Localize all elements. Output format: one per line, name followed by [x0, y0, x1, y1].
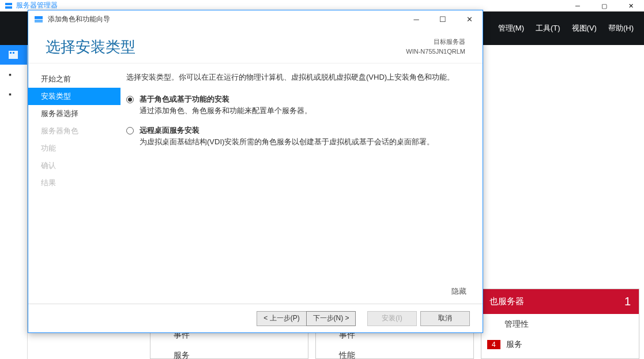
menu-help[interactable]: 帮助(H) — [602, 12, 639, 45]
wizard-target-info: 目标服务器 WIN-N755JN1QRLM — [406, 37, 465, 56]
nav-results: 结果 — [28, 174, 120, 192]
svg-rect-0 — [5, 3, 12, 5]
panel3-title-text: 也服务器 — [489, 296, 524, 307]
radio1-desc: 通过添加角色、角色服务和功能来配置单个服务器。 — [140, 106, 312, 116]
panel3-badge: 4 — [487, 340, 500, 349]
nav-server-selection[interactable]: 服务器选择 — [28, 105, 120, 122]
panel3-row-services[interactable]: 4 服务 — [481, 334, 639, 354]
nav-features: 功能 — [28, 140, 120, 157]
radio1-label: 基于角色或基于功能的安装 — [140, 94, 312, 104]
wizard-nav: 开始之前 安装类型 服务器选择 服务器角色 功能 确认 结果 — [28, 63, 120, 304]
wizard-footer: < 上一步(P) 下一步(N) > 安装(I) 取消 — [28, 304, 483, 332]
radio-remote-desktop[interactable]: 远程桌面服务安装 为虚拟桌面基础结构(VDI)安装所需的角色服务以创建基于虚拟机… — [126, 125, 469, 147]
add-roles-wizard: 添加角色和功能向导 ─ ☐ ✕ 选择安装类型 目标服务器 WIN-N755JN1… — [28, 10, 483, 333]
dashboard-panel-3: 也服务器 1 管理性 4 服务 — [481, 289, 639, 359]
nav-before-begin[interactable]: 开始之前 — [28, 70, 120, 88]
wizard-page-title: 选择安装类型 — [46, 37, 135, 57]
target-label: 目标服务器 — [406, 37, 465, 47]
radio2-desc: 为虚拟桌面基础结构(VDI)安装所需的角色服务以创建基于虚拟机或基于会话的桌面部… — [140, 137, 434, 147]
svg-rect-3 — [10, 52, 12, 54]
menu-tools[interactable]: 工具(T) — [530, 12, 566, 45]
svg-rect-4 — [13, 52, 14, 54]
target-server-name: WIN-N755JN1QRLM — [406, 47, 465, 57]
panel2-row-performance[interactable]: 性能 — [316, 345, 473, 359]
nav-install-type[interactable]: 安装类型 — [28, 88, 120, 105]
panel3-title[interactable]: 也服务器 1 — [481, 289, 639, 314]
parent-minimize-button[interactable]: ─ — [564, 0, 591, 12]
radio-button-icon — [126, 96, 134, 103]
radio-button-icon — [126, 127, 134, 134]
svg-rect-1 — [5, 6, 12, 9]
wizard-header: 选择安装类型 目标服务器 WIN-N755JN1QRLM — [28, 28, 483, 63]
radio2-label: 远程桌面服务安装 — [140, 125, 434, 136]
cancel-button[interactable]: 取消 — [420, 311, 470, 326]
previous-button[interactable]: < 上一步(P) — [257, 311, 306, 326]
wizard-maximize-button[interactable]: ☐ — [430, 10, 456, 28]
wizard-icon — [34, 14, 43, 24]
radio-role-based[interactable]: 基于角色或基于功能的安装 通过添加角色、角色服务和功能来配置单个服务器。 — [126, 94, 469, 116]
install-button: 安装(I) — [367, 311, 417, 326]
svg-rect-6 — [35, 20, 43, 23]
parent-window-title: 服务器管理器 — [16, 1, 58, 10]
left-nav-dashboard[interactable] — [0, 45, 27, 65]
panel3-row2-label: 服务 — [506, 339, 522, 350]
parent-close-button[interactable]: ✕ — [617, 0, 644, 12]
panel3-row-manage[interactable]: 管理性 — [481, 314, 639, 334]
parent-maximize-button[interactable]: ▢ — [591, 0, 617, 12]
menu-manage[interactable]: 管理(M) — [492, 12, 530, 45]
wizard-close-button[interactable]: ✕ — [456, 10, 483, 28]
svg-rect-5 — [35, 16, 43, 19]
wizard-titlebar[interactable]: 添加角色和功能向导 ─ ☐ ✕ — [28, 10, 483, 28]
parent-window-controls: ─ ▢ ✕ — [564, 0, 644, 12]
hide-link[interactable]: 隐藏 — [451, 286, 466, 297]
panel3-count: 1 — [624, 295, 631, 308]
wizard-content: 选择安装类型。你可以在正在运行的物理计算机、虚拟机或脱机虚拟硬盘(VHD)上安装… — [120, 63, 483, 304]
menu-view[interactable]: 视图(V) — [566, 12, 602, 45]
nav-confirm: 确认 — [28, 157, 120, 174]
panel1-row-services[interactable]: 服务 — [150, 345, 308, 359]
wizard-intro-text: 选择安装类型。你可以在正在运行的物理计算机、虚拟机或脱机虚拟硬盘(VHD)上安装… — [126, 72, 469, 84]
server-manager-icon — [5, 2, 13, 10]
next-button[interactable]: 下一步(N) > — [306, 311, 356, 326]
wizard-minimize-button[interactable]: ─ — [403, 10, 430, 28]
left-nav-all[interactable]: ▪ — [0, 84, 27, 104]
left-nav-strip: ▪ ▪ — [0, 45, 28, 359]
left-nav-local[interactable]: ▪ — [0, 65, 27, 84]
wizard-title-text: 添加角色和功能向导 — [48, 14, 110, 24]
nav-server-roles: 服务器角色 — [28, 122, 120, 140]
